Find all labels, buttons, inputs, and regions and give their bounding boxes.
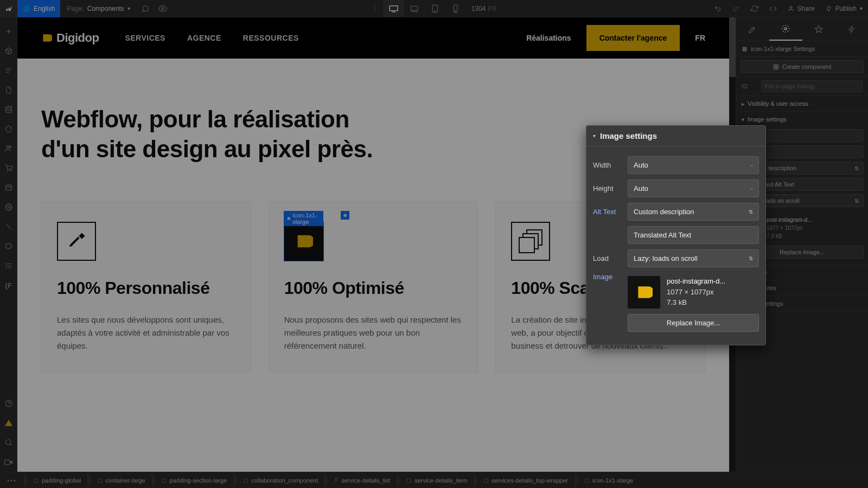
globe-icon <box>23 5 30 12</box>
svg-point-6 <box>455 11 456 11</box>
width-input[interactable]: Auto- <box>628 156 759 174</box>
brand-mark-icon <box>41 33 52 43</box>
selection-badge[interactable]: icon-1x1-xlarge <box>284 211 323 226</box>
device-tablet[interactable] <box>425 0 445 17</box>
selection-gear-icon[interactable]: ✸ <box>341 211 349 220</box>
cms-icon[interactable] <box>0 100 17 119</box>
svg-rect-17 <box>5 460 10 465</box>
breadcrumb-item[interactable]: ▢icon-1x1-xlarge <box>575 472 640 488</box>
section-visibility[interactable]: ▸Visibility & user access <box>736 95 868 111</box>
nav-link-realisations[interactable]: Réalisations <box>526 34 571 42</box>
brand-logo[interactable]: Digidop <box>41 31 99 45</box>
create-component-button[interactable]: Create component <box>741 60 864 73</box>
svg-rect-22 <box>776 65 778 67</box>
image-settings-popover: ▾ Image settings Width Auto- Height Auto… <box>586 125 766 345</box>
tab-style-manager[interactable] <box>802 17 835 41</box>
undo-icon[interactable] <box>709 0 727 17</box>
add-element-icon[interactable] <box>0 22 17 41</box>
sync-icon[interactable] <box>745 0 764 17</box>
nav-link[interactable]: RESSOURCES <box>243 34 299 42</box>
video-icon[interactable] <box>0 452 17 472</box>
id-input[interactable] <box>761 80 863 92</box>
device-desktop-large[interactable] <box>384 0 404 17</box>
variables-icon[interactable]: {F <box>0 275 17 295</box>
svg-rect-2 <box>411 6 418 10</box>
svg-point-9 <box>6 146 9 149</box>
popover-title: Image settings <box>600 131 657 140</box>
tab-settings[interactable] <box>769 17 802 41</box>
settings-gear-icon[interactable] <box>0 197 17 217</box>
feature-card: 100% Personnalisé Les sites que nous dév… <box>41 202 251 373</box>
device-desktop[interactable] <box>404 0 425 17</box>
share-button[interactable]: Share <box>782 0 820 17</box>
breadcrumb-item[interactable]: ▢padding-section-large <box>152 472 234 488</box>
search-icon[interactable] <box>0 433 17 452</box>
breadcrumb-item[interactable]: ▢service-details_item <box>397 472 474 488</box>
svg-rect-1 <box>390 5 398 10</box>
contact-cta-button[interactable]: Contacter l'agence <box>586 25 680 51</box>
logic-icon[interactable] <box>0 217 17 236</box>
menu-dots-icon[interactable]: ⋮ <box>366 0 384 17</box>
selection-heading: icon-1x1-xlarge Settings <box>736 41 868 57</box>
breadcrumb-item[interactable]: ▢services-details_top-wrapper <box>474 472 575 488</box>
comments-icon[interactable] <box>137 0 154 17</box>
language-fr[interactable]: FR <box>695 34 705 42</box>
svg-point-8 <box>5 106 11 108</box>
left-tool-rail: {F <box>0 17 17 472</box>
svg-point-4 <box>435 11 435 11</box>
chevron-down-icon: ▾ <box>860 5 863 11</box>
language-label: English <box>34 5 55 12</box>
svg-point-11 <box>7 171 8 171</box>
svg-rect-20 <box>742 47 746 51</box>
language-selector[interactable]: English <box>17 0 60 17</box>
image-thumbnail[interactable] <box>628 276 660 309</box>
nav-link[interactable]: SERVICES <box>125 34 165 42</box>
chevron-down-icon[interactable]: ▾ <box>593 133 596 139</box>
alt-mode-select[interactable]: Custom description⇅ <box>628 203 759 221</box>
ecommerce-icon[interactable] <box>0 119 17 139</box>
page-selector[interactable]: Page: Components ▾ <box>60 5 136 12</box>
section-image-settings[interactable]: ▾Image settings <box>736 111 868 127</box>
apps-icon[interactable] <box>0 236 17 256</box>
canvas-size-readout[interactable]: 1304 PX <box>466 5 502 12</box>
hero-heading: Webflow, pour la réalisation d'un site d… <box>41 104 373 164</box>
pages-icon[interactable] <box>0 80 17 100</box>
device-mobile[interactable] <box>445 0 466 17</box>
nav-link[interactable]: AGENCE <box>187 34 221 42</box>
image-filename: post-instagram-d... <box>667 276 725 287</box>
breadcrumb-item[interactable]: ▢collaboration_component <box>233 472 324 488</box>
site-navbar: Digidop SERVICES AGENCE RESSOURCES Réali… <box>17 17 729 59</box>
replace-image-button[interactable]: Replace Image... <box>628 314 759 332</box>
tab-style[interactable] <box>736 17 769 41</box>
backup-icon[interactable] <box>0 178 17 197</box>
cube-icon[interactable] <box>0 41 17 61</box>
chevron-down-icon: ▾ <box>127 5 130 11</box>
publish-button[interactable]: Publish ▾ <box>820 0 868 17</box>
breadcrumb-more[interactable]: ••• <box>0 477 24 484</box>
card-title: 100% Personnalisé <box>57 278 235 298</box>
breadcrumb-item[interactable]: ▢padding-global <box>24 472 87 488</box>
code-export-icon[interactable] <box>764 0 782 17</box>
height-input[interactable]: Auto- <box>628 179 759 197</box>
stack-icon <box>511 222 550 261</box>
webflow-logo[interactable] <box>0 0 17 17</box>
svg-point-10 <box>9 146 11 148</box>
breadcrumb-item[interactable]: ▢container-large <box>87 472 151 488</box>
id-row: ID <box>736 77 868 95</box>
card-body: Nous proposons des sites web qui respect… <box>284 313 463 352</box>
audit-icon[interactable] <box>0 256 17 275</box>
tab-interactions[interactable] <box>835 17 868 41</box>
preview-eye-icon[interactable] <box>154 0 171 17</box>
users-icon[interactable] <box>0 139 17 158</box>
load-select[interactable]: Lazy: loads on scroll⇅ <box>628 249 759 267</box>
help-icon[interactable] <box>0 394 17 413</box>
alt-text-input[interactable]: Translated Alt Text <box>628 226 759 244</box>
svg-point-7 <box>790 6 792 8</box>
redo-icon[interactable] <box>727 0 745 17</box>
breadcrumb-item[interactable]: ⠿service-details_list <box>324 472 397 488</box>
breadcrumb-bar: ••• ▢padding-global ▢container-large ▢pa… <box>0 472 868 488</box>
assets-icon[interactable] <box>0 158 17 178</box>
navigator-icon[interactable] <box>0 61 17 80</box>
triangle-icon[interactable] <box>0 413 17 433</box>
svg-rect-13 <box>5 185 11 190</box>
